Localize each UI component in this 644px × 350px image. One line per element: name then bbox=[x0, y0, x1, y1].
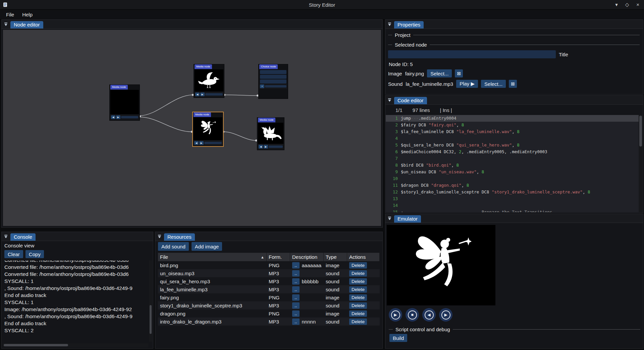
emulator-step-forward-button[interactable]: ▶ bbox=[439, 308, 452, 322]
graph-node-2[interactable]: Media node◀▶ bbox=[194, 64, 224, 98]
code-scrollbar-thumb[interactable] bbox=[639, 116, 642, 147]
graph-node-3[interactable]: Choice node+ bbox=[258, 64, 288, 99]
title-input[interactable] bbox=[388, 50, 556, 58]
code-line[interactable]: 13 bbox=[386, 195, 639, 202]
console-tab[interactable]: Console bbox=[10, 233, 36, 241]
code-line[interactable]: 5$qui_sera_le_hero DC8 "qui_sera_le_hero… bbox=[386, 142, 639, 149]
code-line[interactable]: 11$dragon DC8 "dragon.qoi", 8 bbox=[386, 182, 639, 189]
console-hscrollbar-thumb[interactable] bbox=[4, 344, 68, 346]
emulator-play-button[interactable]: ▶ bbox=[389, 308, 402, 322]
emulator-tab[interactable]: Emulator bbox=[394, 215, 421, 223]
column-file[interactable]: File ▲ bbox=[158, 253, 267, 261]
delete-button[interactable]: Delete bbox=[349, 310, 367, 317]
resources-tab[interactable]: Resources bbox=[164, 233, 195, 241]
collapse-icon[interactable] bbox=[157, 234, 162, 239]
node-canvas[interactable]: Media node◀▶Media node◀▶Choice node+Medi… bbox=[3, 30, 381, 226]
code-line[interactable]: 9$un_oiseau DC8 "un_oiseau.wav", 8 bbox=[386, 169, 639, 175]
node-editor-tab[interactable]: Node editor bbox=[10, 21, 43, 28]
collapse-icon[interactable] bbox=[387, 98, 392, 102]
code-line[interactable]: 4 bbox=[386, 135, 639, 142]
add-sound-button[interactable]: Add sound bbox=[158, 242, 189, 251]
edit-description-button[interactable]: .. bbox=[292, 278, 300, 285]
clear-button[interactable]: Clear bbox=[4, 250, 23, 258]
node-play-button[interactable]: ▶ bbox=[199, 141, 204, 145]
graph-node-1[interactable]: Media node◀▶ bbox=[109, 84, 140, 121]
image-select-button[interactable]: Select... bbox=[427, 69, 452, 77]
node-prev-button[interactable]: ◀ bbox=[111, 115, 115, 119]
code-line[interactable]: 10 bbox=[386, 175, 639, 182]
delete-button[interactable]: Delete bbox=[349, 262, 367, 269]
edit-description-button[interactable]: .. bbox=[292, 302, 300, 309]
code-editor-tab[interactable]: Code editor bbox=[394, 97, 427, 104]
node-progress-bar[interactable] bbox=[204, 142, 222, 144]
collapse-icon[interactable] bbox=[387, 216, 392, 221]
edit-description-button[interactable]: .. bbox=[292, 318, 300, 325]
sound-select-button[interactable]: Select... bbox=[481, 80, 506, 88]
choice-option-slot[interactable] bbox=[260, 70, 286, 74]
delete-button[interactable]: Delete bbox=[349, 286, 367, 293]
graph-node-4[interactable]: Media node◀▶ bbox=[193, 112, 223, 147]
column-actions[interactable]: Actions bbox=[347, 253, 380, 261]
properties-tab[interactable]: Properties bbox=[394, 21, 424, 28]
choice-option-slot[interactable] bbox=[260, 79, 286, 83]
delete-button[interactable]: Delete bbox=[349, 302, 367, 309]
delete-button[interactable]: Delete bbox=[349, 294, 367, 301]
node-progress-bar[interactable] bbox=[121, 116, 138, 118]
node-progress-bar[interactable] bbox=[205, 93, 223, 96]
node-play-button[interactable]: ▶ bbox=[116, 115, 120, 119]
code-line[interactable]: 8$bird DC8 "bird.qoi", 8 bbox=[386, 162, 639, 169]
code-line[interactable]: 7 bbox=[386, 155, 639, 162]
code-line[interactable]: 12$story1_drako_luminelle_sceptre DC8 "s… bbox=[386, 189, 639, 195]
node-prev-button[interactable]: ◀ bbox=[195, 93, 200, 96]
console-log-area[interactable]: Converted file: /home/anthony/ostproj/ba… bbox=[3, 260, 148, 342]
delete-button[interactable]: Delete bbox=[349, 318, 367, 325]
column-format[interactable]: Form. bbox=[267, 253, 290, 261]
edit-description-button[interactable]: .. bbox=[292, 286, 300, 293]
titlebar[interactable]: Story Editor ▾ ◇ × bbox=[0, 0, 644, 10]
node-add-option-button[interactable]: + bbox=[260, 84, 264, 88]
collapse-icon[interactable] bbox=[387, 22, 392, 26]
minimize-icon[interactable]: ▾ bbox=[615, 0, 618, 9]
node-play-button[interactable]: ▶ bbox=[264, 145, 268, 149]
code-line[interactable]: 6$mediaChoice0004 DC32, 2, .mediaEntry00… bbox=[386, 149, 639, 155]
console-vscrollbar-track[interactable] bbox=[149, 260, 152, 342]
menu-help[interactable]: Help bbox=[18, 11, 37, 18]
code-line[interactable]: 1jump···.mediaEntry0004 bbox=[386, 115, 639, 122]
edit-description-button[interactable]: .. bbox=[292, 262, 300, 269]
column-description[interactable]: Description bbox=[290, 253, 324, 261]
code-line[interactable]: 3$la_fee_luminelle DC8 "la_fee_luminelle… bbox=[386, 128, 639, 135]
collapse-icon[interactable] bbox=[4, 234, 8, 239]
code-line[interactable]: 2$fairy DC8 "fairy.qoi", 8 bbox=[386, 122, 639, 128]
choice-option-slot[interactable] bbox=[260, 75, 286, 79]
code-lines[interactable]: 1jump···.mediaEntry00042$fairy DC8 "fair… bbox=[386, 115, 639, 212]
code-line[interactable]: 14 bbox=[386, 202, 639, 209]
emulator-stop-button[interactable]: ■ bbox=[406, 308, 419, 322]
edit-description-button[interactable]: .. bbox=[292, 310, 300, 317]
image-clear-button[interactable]: ⊠ bbox=[455, 69, 463, 77]
console-hscrollbar-track[interactable] bbox=[3, 343, 148, 347]
close-icon[interactable]: × bbox=[636, 0, 639, 9]
sound-play-button[interactable]: Play ▶ bbox=[456, 80, 478, 88]
node-prev-button[interactable]: ◀ bbox=[194, 141, 199, 145]
delete-button[interactable]: Delete bbox=[349, 278, 367, 285]
emulator-step-back-button[interactable]: ◀ bbox=[422, 308, 436, 322]
add-image-button[interactable]: Add image bbox=[192, 242, 222, 251]
restore-icon[interactable]: ◇ bbox=[625, 0, 629, 9]
console-log-line: SYSCALL: 1 bbox=[4, 278, 148, 285]
console-vscrollbar-thumb[interactable] bbox=[150, 305, 152, 334]
copy-button[interactable]: Copy bbox=[25, 250, 44, 258]
edit-description-button[interactable]: .. bbox=[292, 294, 300, 301]
node-progress-bar[interactable] bbox=[269, 145, 283, 148]
menu-file[interactable]: File bbox=[2, 11, 18, 18]
graph-node-5[interactable]: Media node◀▶ bbox=[257, 117, 284, 150]
build-button[interactable]: Build bbox=[389, 334, 407, 342]
node-play-button[interactable]: ▶ bbox=[200, 93, 205, 96]
edit-description-button[interactable]: .. bbox=[292, 270, 300, 277]
collapse-icon[interactable] bbox=[4, 22, 8, 26]
sound-clear-button[interactable]: ⊠ bbox=[509, 80, 517, 88]
code-line[interactable]: 15;------------------------------ Prepar… bbox=[386, 209, 639, 212]
delete-button[interactable]: Delete bbox=[349, 270, 367, 277]
code-scrollbar-track[interactable] bbox=[639, 115, 643, 212]
column-type[interactable]: Type bbox=[324, 253, 347, 261]
node-prev-button[interactable]: ◀ bbox=[259, 145, 263, 149]
